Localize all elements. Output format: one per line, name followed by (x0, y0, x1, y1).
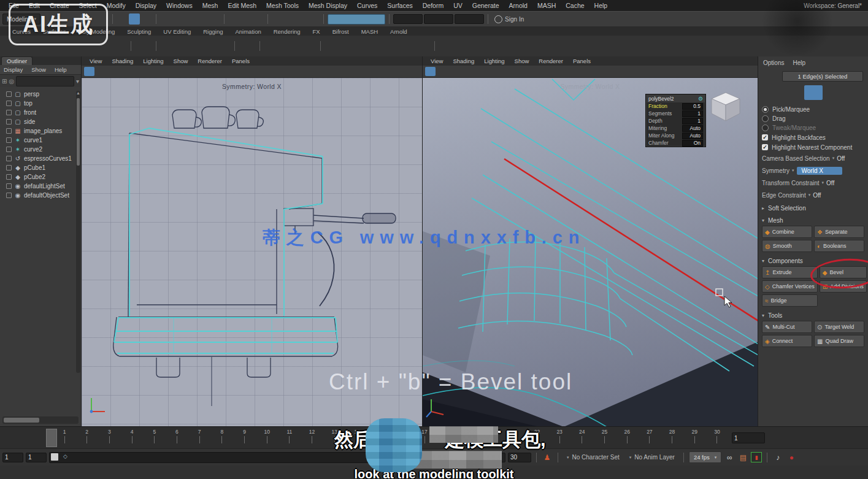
menu-item[interactable]: Deform (418, 2, 448, 9)
frame-tick[interactable]: 7 (196, 429, 203, 449)
uv-editor-icon[interactable] (239, 38, 255, 54)
viewport-menu-item[interactable]: Renderer (193, 58, 226, 64)
toolkit-button[interactable]: ◇ Chamfer Vertices (762, 280, 818, 293)
snap-grid-icon[interactable] (160, 13, 171, 25)
menu-item[interactable]: Mesh Display (304, 2, 352, 9)
frame-tick[interactable]: 24 (578, 429, 586, 449)
playblast-icon[interactable]: ▤ (737, 453, 748, 462)
poly-platonic-icon[interactable] (110, 38, 126, 54)
menu-item[interactable]: Cache (561, 2, 589, 9)
paint-select-icon[interactable] (141, 13, 152, 25)
scrollbar-thumb[interactable] (4, 418, 39, 423)
outliner-menu-item[interactable]: Display (0, 66, 26, 73)
toolkit-button[interactable]: ▦ Quad Draw (814, 335, 864, 347)
svg-tool-icon[interactable] (214, 38, 230, 54)
viewport-menu-item[interactable]: Shading (107, 58, 137, 64)
selection-style-radio[interactable]: Tweak/Marquee (762, 123, 864, 132)
shelf-tab[interactable]: Rigging (197, 28, 229, 35)
snap-plane-icon[interactable] (197, 13, 208, 25)
visibility-box-icon[interactable] (6, 110, 12, 115)
select-camera-icon[interactable] (84, 67, 94, 76)
grid-toggle-icon[interactable] (826, 13, 837, 25)
bevel-param-value[interactable]: On (682, 140, 703, 147)
film-gate-icon[interactable] (448, 67, 459, 76)
outliner-vertical-scrollbar[interactable]: ▲ (76, 91, 80, 373)
components-section-header[interactable]: ▾ Components (762, 255, 864, 266)
camera-based-selection-dropdown[interactable]: Camera Based Selection ▾ Off (762, 152, 864, 164)
menu-item[interactable]: Arnold (504, 2, 532, 9)
render-settings-icon[interactable] (296, 13, 307, 25)
frame-tick[interactable]: 29 (691, 429, 698, 449)
audio-icon[interactable]: ♪ (772, 453, 783, 462)
menu-item[interactable]: UV (448, 2, 467, 9)
selection-style-radio[interactable]: Pick/Marquee (762, 105, 864, 114)
viewport-menu-item[interactable]: Panels (569, 58, 595, 64)
outliner-item[interactable]: ✶ curve1 (6, 136, 81, 145)
frame-tick[interactable]: 12 (309, 429, 316, 449)
frame-tick[interactable]: 5 (151, 429, 158, 449)
outliner-item[interactable]: ◉ defaultLightSet (6, 182, 81, 191)
highlight-nearest-checkbox[interactable]: ✓ Highlight Nearest Component (762, 142, 864, 152)
outliner-item[interactable]: ✶ curve2 (6, 145, 81, 154)
select-tool-icon[interactable] (117, 13, 128, 25)
animation-start-field[interactable] (2, 453, 23, 462)
outliner-horizontal-scrollbar[interactable] (2, 416, 79, 424)
extrude-icon[interactable] (325, 38, 341, 54)
toolkit-button[interactable]: ◆ Combine (762, 226, 812, 238)
range-handle[interactable] (51, 453, 58, 461)
vertex-mode-icon[interactable] (783, 85, 802, 100)
frame-tick[interactable]: 1 (61, 429, 68, 449)
play-forward-button[interactable] (818, 432, 831, 444)
frame-tick[interactable]: 25 (601, 429, 609, 449)
outliner-search-input[interactable] (16, 76, 74, 86)
viewport-menu-item[interactable]: Renderer (534, 58, 567, 64)
scroll-up-icon[interactable]: ▲ (76, 91, 80, 97)
toolkit-button[interactable]: ◆ Bevel (820, 266, 867, 278)
next-key-button[interactable] (834, 432, 847, 444)
visibility-box-icon[interactable] (6, 91, 12, 97)
mesh-section-header[interactable]: ▾ Mesh (762, 215, 864, 226)
visibility-box-icon[interactable] (6, 193, 12, 198)
visibility-box-icon[interactable] (6, 137, 12, 143)
visibility-box-icon[interactable] (6, 156, 12, 161)
go-to-end-button[interactable] (850, 432, 863, 444)
toolkit-button[interactable]: ◈ Connect (762, 335, 812, 347)
bevel-param-value[interactable]: 1 (682, 110, 703, 117)
menu-item[interactable]: Mesh (198, 2, 223, 9)
gate-mask-icon[interactable] (472, 67, 482, 76)
toolkit-button[interactable]: ✎ Multi-Cut (762, 321, 812, 333)
viewport-menu-item[interactable]: View (85, 58, 106, 64)
snap-curve-icon[interactable] (172, 13, 183, 25)
highlight-backfaces-checkbox[interactable]: ✓ Highlight Backfaces (762, 132, 864, 142)
toolkit-button[interactable]: ≈ Bridge (762, 294, 818, 307)
film-gate-icon[interactable] (107, 67, 118, 76)
shaded-mode-icon[interactable] (201, 67, 211, 76)
sculpt-tool-icon[interactable] (136, 38, 152, 54)
character-set-dropdown[interactable]: ▾ No Character Set (563, 454, 623, 461)
divider-icon[interactable] (177, 67, 188, 76)
visibility-box-icon[interactable] (6, 165, 12, 171)
shadows-icon[interactable] (577, 67, 587, 76)
tools-section-header[interactable]: ▾ Tools (762, 310, 864, 321)
coord-y-field[interactable] (424, 14, 453, 24)
playback-start-field[interactable] (26, 453, 47, 462)
shelf-tab[interactable]: Sculpting (121, 28, 157, 35)
pause-icon[interactable] (309, 13, 320, 25)
frame-tick[interactable]: 27 (646, 429, 653, 449)
quad-draw-icon[interactable] (161, 38, 177, 54)
resolution-gate-icon[interactable] (119, 67, 129, 76)
quick-input-field[interactable] (328, 14, 385, 25)
visibility-box-icon[interactable] (6, 174, 12, 180)
divider-icon[interactable] (518, 67, 529, 76)
edge-mode-icon[interactable] (804, 85, 823, 100)
symmetrize-icon[interactable] (264, 38, 280, 54)
ipr-render-icon[interactable] (284, 13, 295, 25)
scrollbar-thumb[interactable] (77, 98, 80, 166)
frame-tick[interactable]: 6 (173, 429, 180, 449)
safe-action-icon[interactable] (154, 67, 164, 76)
bridge-icon[interactable] (361, 38, 377, 54)
type-tool-icon[interactable] (196, 38, 212, 54)
symmetry-dropdown[interactable]: Symmetry ▾ World X (762, 164, 864, 177)
toolkit-button[interactable]: ❖ Separate (814, 226, 864, 238)
current-time-marker[interactable] (46, 429, 57, 447)
